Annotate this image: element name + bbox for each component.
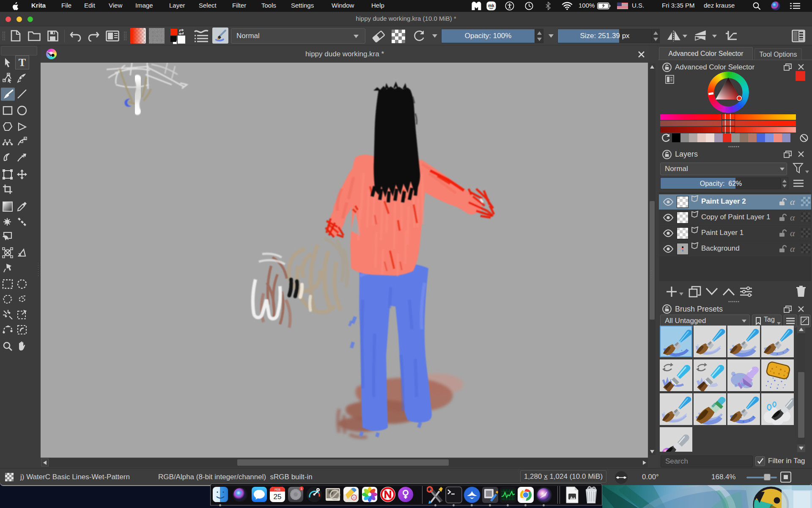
svg-text:30: 30: [352, 496, 356, 499]
svg-text:1: 1: [301, 487, 303, 491]
svg-text:FEB: FEB: [274, 488, 280, 491]
svg-text:mk: mk: [488, 3, 494, 8]
svg-text:25: 25: [274, 493, 282, 501]
